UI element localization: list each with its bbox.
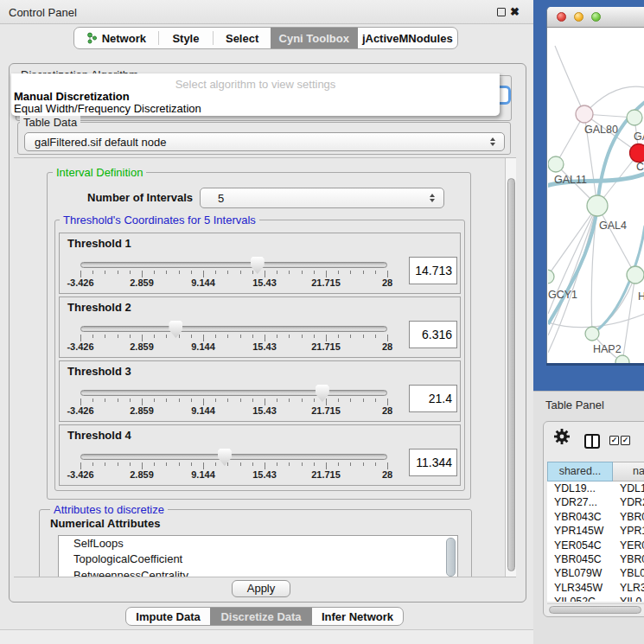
table-data-group: Table Data galFiltered.sif default node <box>17 122 511 155</box>
table-row[interactable]: YIL052CYIL0 <box>547 595 644 602</box>
slider-tick-labels: -3.4262.8599.14415.4321.71528 <box>80 405 387 416</box>
column-header-name[interactable]: na <box>613 462 644 481</box>
number-of-intervals-label: Number of Intervals <box>87 191 193 204</box>
threshold-value-field[interactable]: 14.713 <box>409 257 457 284</box>
tab-select[interactable]: Select <box>214 28 271 48</box>
node-label: GAL80 <box>584 124 618 136</box>
scrollbar-thumb[interactable] <box>549 606 641 614</box>
tab-style[interactable]: Style <box>159 28 214 48</box>
threshold-value-field[interactable]: 21.4 <box>409 385 457 412</box>
horizontal-scrollbar[interactable] <box>547 603 644 615</box>
node-label: GAL11 <box>554 174 587 186</box>
apply-button[interactable]: Apply <box>232 580 290 597</box>
table-row[interactable]: YER054CYER0 <box>547 539 644 552</box>
table-row[interactable]: YBR045CYBR0 <box>547 552 644 566</box>
node-label: H <box>638 290 644 303</box>
threshold-label: Threshold 3 <box>67 365 131 378</box>
vertical-scrollbar[interactable] <box>505 158 516 577</box>
table-row[interactable]: YLR345WYLR3 <box>547 581 644 595</box>
threshold-slider[interactable] <box>80 262 387 268</box>
table-row[interactable]: YDL19...YDL1 <box>547 481 644 495</box>
threshold-slider[interactable] <box>80 454 387 460</box>
node-label: GAL4 <box>599 220 627 232</box>
tab-jactivemnodules[interactable]: jActiveMNodules <box>358 28 457 48</box>
network-window: GAL80 GA GAL11 C GAL4 GCY1 H HAP2 <box>546 7 644 363</box>
threshold-label: Threshold 1 <box>67 237 131 250</box>
numerical-attributes-list[interactable]: SelfLoopsTopologicalCoefficientBetweenne… <box>58 535 458 577</box>
slider-tick-labels: -3.4262.8599.14415.4321.71528 <box>80 469 387 480</box>
dropdown-option-equal-width[interactable]: Equal Width/Frequency Discretization <box>14 102 201 115</box>
checkbox-icon[interactable]: ✓ <box>609 436 619 445</box>
threshold-value-field[interactable]: 11.344 <box>409 449 457 476</box>
threshold-label: Threshold 4 <box>67 429 131 442</box>
table-rows: YDL19...YDL1YDR27...YDR2YBR043CYBR0YPR14… <box>547 481 644 602</box>
numerical-attributes-label: Numerical Attributes <box>50 517 160 530</box>
algorithm-dropdown-popup: Select algorithm to view settings Manual… <box>11 73 500 116</box>
attribute-item[interactable]: SelfLoops <box>59 536 457 552</box>
node-hap2[interactable] <box>585 327 599 341</box>
table-row[interactable]: YBL079WYBL0 <box>547 566 644 580</box>
interval-definition-title: Interval Definition <box>53 166 146 179</box>
close-traffic-light[interactable] <box>557 12 566 22</box>
dropdown-hint: Select algorithm to view settings <box>11 78 500 91</box>
tab-impute-data[interactable]: Impute Data <box>126 608 210 625</box>
gear-icon[interactable] <box>553 428 571 449</box>
threshold-slider[interactable] <box>80 390 387 396</box>
combo-arrows-icon <box>430 194 436 202</box>
table-container: ✓ ✓ shared... na YDL19...YDL1YDR27...YDR… <box>543 421 644 617</box>
list-scrollbar[interactable] <box>446 538 456 577</box>
tab-discretize-data[interactable]: Discretize Data <box>210 608 312 625</box>
node-red-selected[interactable] <box>630 144 644 163</box>
tab-cyni-toolbox[interactable]: Cyni Toolbox <box>271 28 358 48</box>
table-panel-title: Table Panel <box>545 399 604 411</box>
table-row[interactable]: YBR043CYBR0 <box>547 510 644 524</box>
network-window-titlebar[interactable] <box>547 7 644 28</box>
thresholds-group: Threshold's Coordinates for 5 Intervals … <box>54 220 465 491</box>
attributes-group-title: Attributes to discretize <box>50 503 168 516</box>
node-bottom[interactable] <box>615 355 629 363</box>
threshold-2-panel: Threshold 2-3.4262.8599.14415.4321.71528… <box>59 296 461 358</box>
node-label: GCY1 <box>548 289 577 301</box>
threshold-slider[interactable] <box>80 326 387 332</box>
attribute-item[interactable]: TopologicalCoefficient <box>59 552 457 567</box>
bottom-tabs: Impute Data Discretize Data Infer Networ… <box>125 607 404 626</box>
node-gal4[interactable] <box>587 195 608 216</box>
scrollbar-thumb[interactable] <box>507 178 515 571</box>
attribute-item[interactable]: BetweennessCentrality <box>59 568 457 577</box>
close-icon[interactable]: ✖ <box>510 5 520 18</box>
panel-title: Control Panel <box>9 6 77 19</box>
control-panel-titlebar: Control Panel <box>0 0 533 24</box>
window-shadow <box>546 363 644 366</box>
table-data-title: Table Data <box>20 116 80 129</box>
node-gal11[interactable] <box>548 156 564 172</box>
tab-network[interactable]: Network <box>74 28 158 48</box>
minimize-traffic-light[interactable] <box>574 12 583 22</box>
float-window-icon[interactable] <box>497 8 506 16</box>
attributes-group: Attributes to discretize Numerical Attri… <box>39 509 472 577</box>
node-label: C <box>636 161 644 173</box>
panel-bottom-area <box>0 630 533 644</box>
threshold-3-panel: Threshold 3-3.4262.8599.14415.4321.71528… <box>59 360 461 422</box>
table-data-combobox[interactable]: galFiltered.sif default node <box>24 132 505 151</box>
table-row[interactable]: YPR145WYPR1 <box>547 524 644 538</box>
threshold-value-field[interactable]: 6.316 <box>409 321 457 348</box>
split-view-icon[interactable] <box>584 434 600 449</box>
node-gcy1[interactable] <box>548 270 554 284</box>
threshold-1-panel: Threshold 1-3.4262.8599.14415.4321.71528… <box>59 233 461 294</box>
network-icon <box>86 32 98 44</box>
network-canvas[interactable]: GAL80 GA GAL11 C GAL4 GCY1 H HAP2 <box>548 29 644 363</box>
number-of-intervals-combobox[interactable]: 5 <box>200 188 444 208</box>
checkbox-icon[interactable]: ✓ <box>621 436 630 445</box>
slider-tick-labels: -3.4262.8599.14415.4321.71528 <box>80 341 387 352</box>
node-h[interactable] <box>627 266 644 284</box>
node-gal80[interactable] <box>576 105 593 123</box>
node-label: HAP2 <box>593 343 622 355</box>
node-ga[interactable] <box>627 110 642 125</box>
column-header-shared-name[interactable]: shared... <box>547 462 613 481</box>
threshold-label: Threshold 2 <box>67 301 131 314</box>
interval-definition-group: Interval Definition Number of Intervals … <box>47 172 471 500</box>
dropdown-option-manual[interactable]: Manual Discretization <box>14 90 130 103</box>
zoom-traffic-light[interactable] <box>591 12 601 22</box>
table-row[interactable]: YDR27...YDR2 <box>547 495 644 509</box>
tab-infer-network[interactable]: Infer Network <box>312 608 403 625</box>
